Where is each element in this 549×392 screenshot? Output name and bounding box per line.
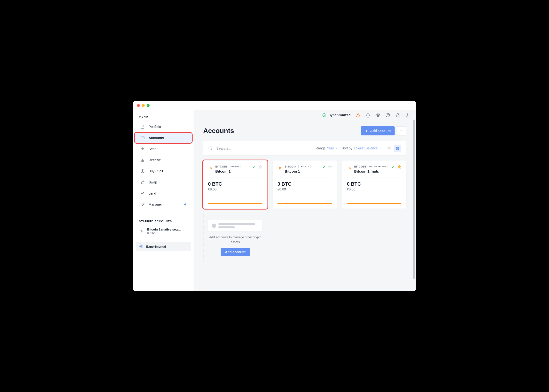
- check-icon: [322, 165, 326, 169]
- tools-icon: [140, 202, 145, 207]
- warning-icon[interactable]: [356, 113, 361, 118]
- balance-fiat: €0.00: [208, 187, 262, 191]
- balance-crypto: 0 BTC: [277, 181, 332, 187]
- experimental-button[interactable]: Experimental: [136, 242, 191, 251]
- scrollbar[interactable]: [413, 120, 415, 291]
- add-account-card-button[interactable]: Add account: [221, 248, 250, 256]
- divider: [403, 113, 403, 117]
- starred-accounts-header: STARRED ACCOUNTS: [133, 210, 194, 226]
- sidebar-item-buy-sell[interactable]: Buy / Sell: [135, 166, 192, 176]
- app-window: MENU PortfolioAccountsSendReceiveBuy / S…: [133, 101, 416, 291]
- maximize-window-button[interactable]: [147, 104, 150, 107]
- atom-icon: [139, 244, 143, 249]
- check-circle-icon: [322, 113, 326, 117]
- filter-bar: Range Year Sort by Lowest Balance: [203, 141, 406, 155]
- close-window-button[interactable]: [137, 104, 140, 107]
- svg-point-15: [402, 131, 403, 131]
- sidebar-item-label: Swap: [149, 180, 157, 184]
- eye-icon[interactable]: [376, 113, 380, 118]
- account-type-badge: NATIVE SEGWIT: [368, 165, 388, 168]
- page-header: Accounts Add account: [203, 126, 406, 135]
- search-icon: [208, 146, 212, 150]
- topbar: Synchronized: [194, 110, 416, 120]
- gear-icon[interactable]: [405, 113, 410, 118]
- sidebar-item-send[interactable]: Send: [135, 144, 192, 154]
- star-icon[interactable]: [397, 165, 401, 169]
- sidebar-item-accounts[interactable]: Accounts: [135, 133, 192, 143]
- sync-label: Synchronized: [328, 113, 351, 117]
- growth-icon: [140, 191, 145, 196]
- svg-rect-20: [398, 148, 399, 150]
- divider: [363, 113, 363, 117]
- starred-name: Bitcoin 1 (native seg…: [147, 228, 181, 231]
- scrollbar-thumb[interactable]: [413, 120, 415, 279]
- wallet-icon: [140, 136, 145, 140]
- sidebar-item-receive[interactable]: Receive: [135, 155, 192, 165]
- sparkline-chart: [277, 203, 332, 204]
- add-card-text: Add accounts to manage other crypto asse…: [208, 235, 262, 244]
- bitcoin-icon: [139, 229, 144, 234]
- svg-rect-17: [396, 147, 397, 148]
- svg-point-13: [400, 131, 401, 131]
- list-view-button[interactable]: [385, 145, 393, 152]
- range-value: Year: [327, 146, 334, 150]
- starred-account-item[interactable]: Bitcoin 1 (native seg…0 BTC: [133, 226, 194, 237]
- divider: [373, 113, 373, 117]
- svg-point-8: [377, 115, 379, 116]
- svg-rect-18: [398, 147, 399, 148]
- svg-point-16: [209, 147, 211, 149]
- svg-rect-19: [396, 148, 397, 150]
- content-area: Accounts Add account: [194, 120, 416, 291]
- sidebar-item-label: Send: [149, 147, 157, 151]
- svg-rect-11: [396, 115, 399, 117]
- star-icon[interactable]: [259, 165, 262, 169]
- search-input[interactable]: [216, 146, 312, 150]
- starred-balance: 0 BTC: [147, 232, 181, 235]
- chevron-down-icon: [335, 147, 338, 150]
- divider: [383, 113, 383, 117]
- notification-dot: [184, 203, 186, 205]
- lock-icon[interactable]: [395, 113, 400, 118]
- chart-icon: [140, 125, 145, 129]
- sidebar-item-swap[interactable]: Swap: [135, 177, 192, 188]
- sort-label: Sort by: [342, 146, 352, 150]
- range-label: Range: [316, 146, 325, 150]
- app-body: MENU PortfolioAccountsSendReceiveBuy / S…: [133, 110, 416, 291]
- bell-icon[interactable]: [366, 113, 370, 118]
- sidebar-item-portfolio[interactable]: Portfolio: [135, 121, 192, 132]
- add-account-button[interactable]: Add account: [361, 126, 395, 135]
- sidebar-item-label: Receive: [149, 158, 161, 162]
- grid-view-button[interactable]: [394, 145, 401, 152]
- account-card[interactable]: BITCOINNATIVE SEGWITBitcoin 1 (nati…0 BT…: [342, 161, 406, 209]
- experimental-label: Experimental: [146, 245, 166, 248]
- page-title: Accounts: [203, 127, 234, 135]
- check-icon: [391, 165, 395, 169]
- sidebar-item-label: Portfolio: [149, 125, 161, 129]
- sidebar-item-label: Accounts: [149, 136, 164, 140]
- svg-point-14: [401, 131, 402, 131]
- range-filter[interactable]: Range Year: [316, 146, 338, 150]
- divider: [393, 113, 393, 117]
- balance-fiat: €0.00: [277, 187, 332, 191]
- balance-crypto: 0 BTC: [347, 181, 401, 187]
- help-icon[interactable]: [385, 113, 390, 118]
- more-options-button[interactable]: [397, 126, 406, 135]
- star-icon[interactable]: [328, 165, 332, 169]
- svg-point-10: [388, 116, 388, 116]
- minimize-window-button[interactable]: [142, 104, 145, 107]
- balance-crypto: 0 BTC: [208, 181, 262, 187]
- sidebar-item-manager[interactable]: Manager: [135, 199, 192, 210]
- account-card[interactable]: BITCOINLEGACYBitcoin 10 BTC€0.00: [273, 161, 337, 209]
- bitcoin-icon: [277, 166, 282, 171]
- account-type-badge: LEGACY: [298, 165, 311, 168]
- coin-label: BITCOIN: [354, 165, 366, 168]
- sort-value: Lowest Balance: [354, 146, 378, 150]
- sidebar: MENU PortfolioAccountsSendReceiveBuy / S…: [133, 110, 194, 291]
- add-account-card: Add accounts to manage other crypto asse…: [203, 214, 267, 262]
- account-card[interactable]: BITCOINSEGWITBitcoin 10 BTC€0.00: [203, 161, 267, 209]
- sidebar-item-lend[interactable]: Lend: [135, 188, 192, 199]
- sidebar-item-label: Manager: [149, 203, 162, 206]
- card-header: BITCOINNATIVE SEGWITBitcoin 1 (nati…: [347, 165, 401, 177]
- sort-filter[interactable]: Sort by Lowest Balance: [342, 146, 382, 150]
- coin-label: BITCOIN: [285, 165, 296, 168]
